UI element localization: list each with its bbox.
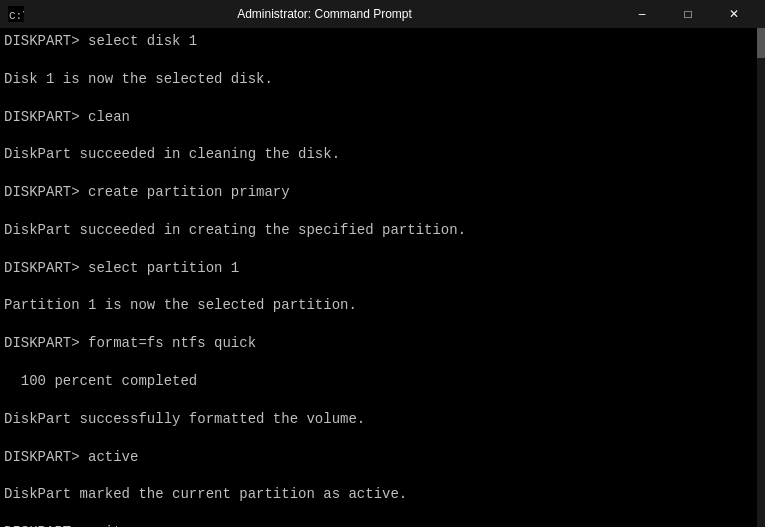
svg-text:C:\: C:\ bbox=[9, 10, 24, 22]
window-controls: – □ ✕ bbox=[619, 0, 757, 28]
maximize-button[interactable]: □ bbox=[665, 0, 711, 28]
command-prompt-window: C:\ Administrator: Command Prompt – □ ✕ … bbox=[0, 0, 765, 527]
scrollbar-thumb[interactable] bbox=[757, 28, 765, 58]
scrollbar[interactable] bbox=[757, 28, 765, 527]
cmd-icon: C:\ bbox=[8, 6, 24, 22]
title-bar: C:\ Administrator: Command Prompt – □ ✕ bbox=[0, 0, 765, 28]
close-button[interactable]: ✕ bbox=[711, 0, 757, 28]
minimize-button[interactable]: – bbox=[619, 0, 665, 28]
terminal-output[interactable]: DISKPART> select disk 1 Disk 1 is now th… bbox=[0, 28, 765, 527]
window-title: Administrator: Command Prompt bbox=[30, 7, 619, 21]
